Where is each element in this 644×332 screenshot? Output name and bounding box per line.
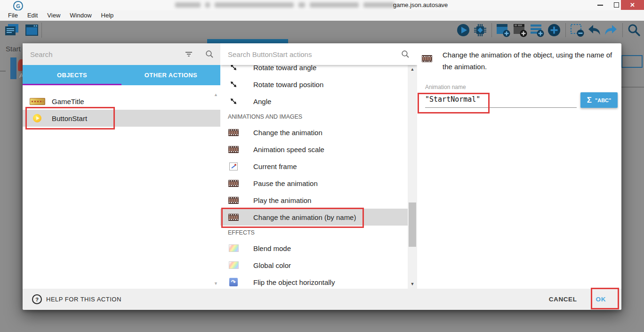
background-divider — [0, 71, 6, 72]
action-item[interactable]: Flip the object horizontally — [220, 274, 408, 289]
action-item[interactable]: Animation speed scale — [220, 141, 408, 158]
current-frame-icon — [229, 162, 238, 170]
objects-tabs: OBJECTS OTHER ACTIONS — [23, 65, 220, 85]
scroll-down-icon[interactable]: ▼ — [214, 281, 218, 286]
action-label: Rotate toward position — [253, 81, 323, 89]
object-item-buttonstart[interactable]: ButtonStart — [23, 110, 220, 127]
action-label: Global color — [253, 261, 291, 269]
actions-scrollbar[interactable]: ▲ ▼ — [408, 65, 417, 289]
action-description-row: Change the animation of the object, usin… — [422, 49, 620, 73]
yellow-play-icon — [33, 114, 41, 122]
scroll-up-icon[interactable]: ▲ — [214, 92, 218, 97]
action-label: Blend mode — [253, 244, 291, 252]
action-label: Animation speed scale — [253, 146, 324, 154]
toolbar-right — [455, 22, 642, 38]
title-redacted-text — [175, 2, 394, 8]
window-title: game.json.autosave — [393, 1, 448, 8]
help-for-this-action[interactable]: ? HELP FOR THIS ACTION — [32, 294, 121, 304]
gametitle-logo-icon — [30, 98, 45, 105]
actions-list: Rotate toward angleRotate toward positio… — [220, 59, 408, 289]
help-icon: ? — [32, 294, 42, 304]
filter-icon[interactable] — [185, 50, 193, 58]
objects-search-input[interactable] — [23, 50, 172, 59]
cancel-button[interactable]: CANCEL — [549, 296, 577, 303]
action-item[interactable]: Blend mode — [220, 240, 408, 257]
scroll-up-icon[interactable]: ▲ — [408, 67, 417, 72]
action-label: Angle — [253, 97, 271, 105]
animation-name-label: Animation name — [425, 84, 466, 90]
ok-button[interactable]: OK — [596, 296, 606, 303]
remove-event-icon[interactable] — [569, 22, 585, 38]
object-label: GameTitle — [52, 97, 84, 105]
action-item[interactable]: Current frame — [220, 158, 408, 175]
sigma-icon: Σ — [587, 96, 592, 105]
actions-section-header: EFFECTS — [220, 226, 408, 240]
rainbow-icon — [228, 244, 239, 252]
help-label: HELP FOR THIS ACTION — [46, 296, 121, 303]
scroll-down-icon[interactable]: ▼ — [408, 282, 417, 286]
menu-window[interactable]: Window — [65, 10, 96, 21]
animation-name-field-wrap — [425, 90, 577, 108]
action-label: Flip the object horizontally — [253, 278, 335, 286]
menu-view[interactable]: View — [42, 10, 65, 21]
project-manager-icon[interactable] — [4, 22, 20, 38]
screen: G game.json.autosave ✕ FileEditViewWindo… — [0, 0, 644, 332]
action-item[interactable]: Global color — [220, 257, 408, 274]
filmstrip-icon — [228, 146, 239, 153]
expression-editor-button[interactable]: Σ "ABC" — [580, 92, 618, 108]
rainbow-icon — [229, 261, 239, 269]
actions-search-bar — [220, 43, 417, 65]
tab-objects[interactable]: OBJECTS — [23, 65, 121, 85]
filmstrip-icon — [228, 146, 239, 153]
action-description: Change the animation of the object, usin… — [443, 49, 620, 73]
action-details-panel: Change the animation of the object, usin… — [417, 43, 621, 289]
play-icon[interactable] — [455, 22, 471, 38]
rotate-arrow-icon — [228, 97, 239, 105]
action-label: Change the animation — [253, 129, 322, 137]
filmstrip-icon — [228, 129, 239, 136]
action-item[interactable]: Pause the animation — [220, 175, 408, 192]
filmstrip-icon — [228, 129, 239, 136]
add-event-icon[interactable] — [495, 22, 511, 38]
action-item[interactable]: Angle — [220, 93, 408, 110]
search-icon[interactable] — [626, 22, 642, 38]
tab-other-actions[interactable]: OTHER ACTIONS — [121, 65, 220, 85]
add-subevent-icon[interactable] — [512, 22, 528, 38]
action-item[interactable]: Change the animation — [220, 124, 408, 141]
filmstrip-icon — [422, 55, 432, 62]
actions-search-input[interactable] — [220, 50, 389, 59]
animation-name-input[interactable] — [425, 90, 577, 104]
flip-horizontal-icon — [229, 278, 238, 286]
preview-window-icon[interactable] — [24, 22, 40, 38]
search-icon[interactable] — [401, 50, 410, 58]
filmstrip-icon — [228, 197, 239, 204]
action-item[interactable]: Play the animation — [220, 192, 408, 209]
toolbar-separator — [622, 23, 623, 37]
debug-icon[interactable] — [472, 22, 488, 38]
scrollbar-thumb[interactable] — [409, 202, 416, 247]
undo-icon[interactable] — [586, 22, 602, 38]
close-button[interactable]: ✕ — [621, 0, 644, 10]
menu-help[interactable]: Help — [97, 10, 119, 21]
actions-panel: Rotate toward angleRotate toward positio… — [220, 43, 417, 289]
add-comment-icon[interactable] — [529, 22, 545, 38]
menu-file[interactable]: File — [3, 10, 23, 21]
toolbar-left — [4, 22, 40, 38]
action-item[interactable]: Change the animation (by name) — [220, 209, 408, 226]
add-circle-icon[interactable] — [546, 22, 562, 38]
expression-abc-label: "ABC" — [595, 97, 611, 103]
gametitle-logo-icon — [29, 98, 45, 105]
objects-list: GameTitleButtonStart — [23, 85, 220, 289]
close-icon: ✕ — [630, 1, 635, 8]
search-icon[interactable] — [205, 50, 214, 58]
menu-edit[interactable]: Edit — [23, 10, 42, 21]
action-label: Change the animation (by name) — [253, 213, 356, 221]
objects-panel: OBJECTS OTHER ACTIONS GameTitleButtonSta… — [23, 43, 220, 289]
action-item[interactable]: Rotate toward position — [220, 76, 408, 93]
minimize-button[interactable] — [592, 0, 608, 10]
gdevelop-logo-icon: G — [13, 1, 23, 11]
rotate-arrow-icon — [228, 80, 239, 89]
redo-icon[interactable] — [603, 22, 619, 38]
object-item-gametitle[interactable]: GameTitle — [23, 93, 220, 110]
filmstrip-icon — [228, 180, 239, 187]
